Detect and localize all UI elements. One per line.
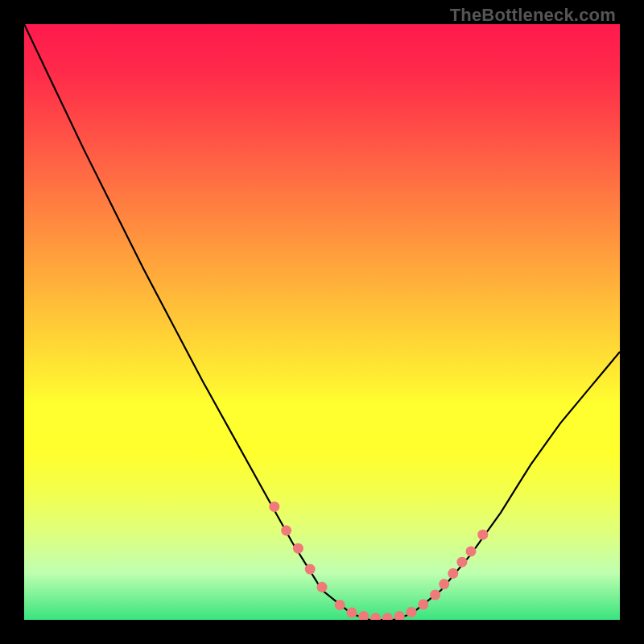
curve-marker (382, 613, 393, 620)
curve-marker (370, 613, 381, 620)
curve-marker (358, 611, 369, 620)
curve-marker (305, 564, 316, 575)
curve-marker (477, 530, 488, 540)
bottleneck-curve (24, 24, 620, 620)
curve-marker (347, 608, 357, 618)
curve-marker (394, 611, 405, 620)
watermark-text: TheBottleneck.com (450, 5, 616, 26)
chart-plot-area (24, 24, 620, 620)
curve-marker (430, 589, 440, 600)
curve-marker (418, 599, 428, 609)
curve-marker (466, 546, 477, 556)
curve-marker (407, 607, 417, 617)
chart-outer-frame: TheBottleneck.com (0, 0, 644, 644)
curve-marker (293, 543, 303, 554)
curve-marker (269, 502, 279, 512)
curve-marker (335, 600, 345, 610)
curve-marker (439, 579, 449, 589)
chart-svg (24, 24, 620, 620)
curve-marker (456, 557, 467, 568)
curve-marker (281, 526, 291, 536)
curve-marker (448, 568, 458, 579)
curve-marker (317, 582, 328, 592)
curve-markers (269, 502, 488, 620)
